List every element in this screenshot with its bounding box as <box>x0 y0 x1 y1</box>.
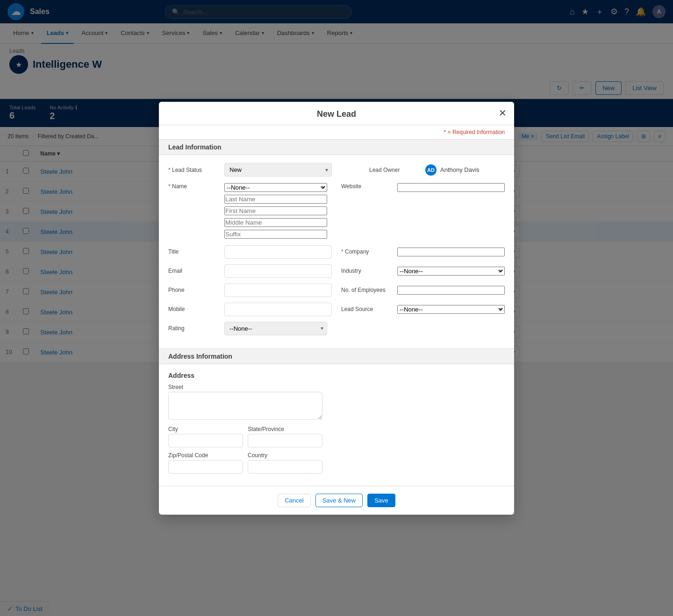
rating-select[interactable]: --None-- Hot Warm Cold <box>224 322 327 335</box>
owner-name: Anthony Davis <box>440 166 480 173</box>
last-name-input[interactable] <box>224 195 327 204</box>
middle-name-input[interactable] <box>224 218 327 227</box>
name-group: Name --None-- Mr. Ms. Mrs. Dr. <box>168 183 332 239</box>
address-info-section-header: Address Information <box>159 348 514 363</box>
mobile-label: Mobile <box>168 306 224 312</box>
name-subfields: --None-- Mr. Ms. Mrs. Dr. <box>224 183 332 239</box>
modal-header: New Lead ✕ <box>159 102 514 125</box>
title-company-row: Title * Company <box>168 245 505 259</box>
title-input[interactable] <box>224 245 332 259</box>
lead-status-select[interactable]: New Working Nurturing Unqualified Qualif… <box>224 163 332 177</box>
company-label: * Company <box>341 248 397 255</box>
mobile-input[interactable] <box>224 303 332 316</box>
mobile-leadsource-row: Mobile Lead Source --None-- Web Phone In… <box>168 303 505 316</box>
phone-label: Phone <box>168 287 224 293</box>
lead-status-value: New Working Nurturing Unqualified Qualif… <box>224 163 360 177</box>
lead-owner-display: AD Anthony Davis <box>425 163 480 177</box>
lead-status-label: Lead Status <box>168 167 224 173</box>
no-of-employees-label: No. of Employees <box>341 287 397 293</box>
website-label: Website <box>341 183 397 190</box>
name-label: Name <box>168 183 224 190</box>
email-industry-row: Email Industry --None-- Technology Finan… <box>168 264 505 278</box>
required-note: * = Required Information <box>159 125 514 139</box>
industry-label: Industry <box>341 268 397 274</box>
email-input[interactable] <box>224 264 332 278</box>
rating-label: Rating <box>168 325 224 332</box>
salutation-select[interactable]: --None-- Mr. Ms. Mrs. Dr. <box>224 183 327 192</box>
lead-source-label: Lead Source <box>341 306 397 312</box>
lead-source-select[interactable]: --None-- Web Phone Inquiry Partner Refer… <box>397 305 505 314</box>
lead-status-row: Lead Status New Working Nurturing Unqual… <box>168 163 505 177</box>
modal-overlay: New Lead ✕ * = Required Information Lead… <box>0 0 673 362</box>
title-label: Title <box>168 248 224 255</box>
industry-select[interactable]: --None-- Technology Finance Healthcare <box>397 267 505 276</box>
phone-employees-row: Phone No. of Employees <box>168 283 505 297</box>
first-name-input[interactable] <box>224 206 327 215</box>
lead-info-section-body: Lead Status New Working Nurturing Unqual… <box>159 155 514 348</box>
no-of-employees-input[interactable] <box>397 286 505 295</box>
company-input[interactable] <box>397 248 505 256</box>
lead-owner-label: Lead Owner <box>369 167 425 173</box>
close-button[interactable]: ✕ <box>499 108 507 118</box>
website-group: Website <box>332 183 505 192</box>
suffix-input[interactable] <box>224 230 327 239</box>
lead-owner-group: Lead Owner AD Anthony Davis <box>360 163 505 177</box>
email-label: Email <box>168 268 224 274</box>
new-lead-modal: New Lead ✕ * = Required Information Lead… <box>159 102 514 363</box>
owner-avatar: AD <box>425 164 437 176</box>
phone-input[interactable] <box>224 283 332 297</box>
website-input[interactable] <box>397 183 505 192</box>
rating-row: Rating --None-- Hot Warm Cold <box>168 322 505 335</box>
name-website-row: Name --None-- Mr. Ms. Mrs. Dr. <box>168 183 505 239</box>
lead-info-section-header: Lead Information <box>159 139 514 155</box>
modal-title: New Lead <box>317 109 356 119</box>
